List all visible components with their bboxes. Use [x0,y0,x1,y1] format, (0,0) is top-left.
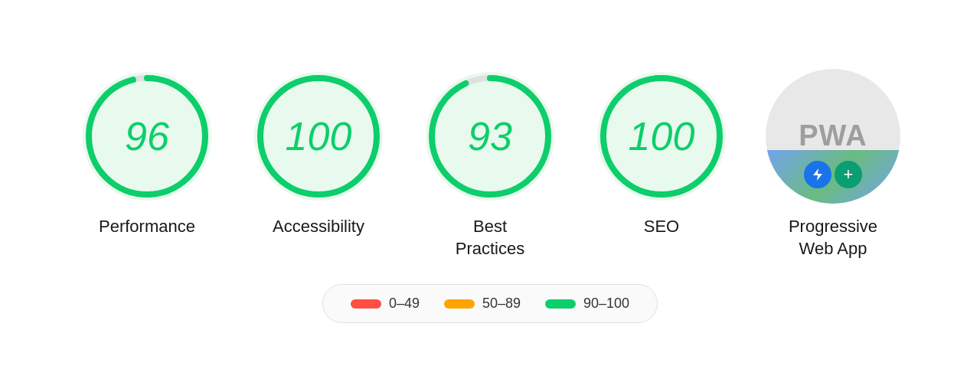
legend-item-green: 90–100 [545,296,629,312]
score-item-best-practices: 93 Best Practices [423,69,557,260]
score-item-seo: 100 SEO [594,69,729,238]
legend-pill-green [545,299,576,309]
score-value-accessibility: 100 [286,116,352,156]
score-label-best-practices: Best Practices [456,216,524,260]
score-value-seo: 100 [629,116,695,156]
gauge-accessibility: 100 [251,69,386,204]
score-item-pwa: PWA + Progressive Web App [766,69,900,260]
lightning-icon [804,161,831,188]
score-value-best-practices: 93 [468,116,512,156]
legend-pill-orange [444,299,475,309]
gauge-performance: 96 [80,69,214,204]
score-label-performance: Performance [99,216,195,238]
legend-pill-red [351,299,381,309]
score-label-pwa: Progressive Web App [789,216,877,260]
pwa-circle: PWA + [766,69,900,204]
score-item-performance: 96 Performance [80,69,214,238]
pwa-text-label: PWA [799,119,867,152]
legend-range-orange: 50–89 [482,296,521,312]
score-item-accessibility: 100 Accessibility [251,69,386,238]
score-label-accessibility: Accessibility [273,216,364,238]
score-label-seo: SEO [644,216,679,238]
legend-item-red: 0–49 [351,296,420,312]
gauge-best-practices: 93 [423,69,557,204]
score-value-performance: 96 [125,116,169,156]
scores-row: 96 Performance 100 Accessibility 93 Best [80,69,900,260]
legend-container: 0–49 50–89 90–100 [322,284,658,323]
plus-icon: + [835,161,862,188]
legend-range-green: 90–100 [583,296,629,312]
legend-range-red: 0–49 [389,296,420,312]
pwa-icons: + [804,161,862,188]
legend-item-orange: 50–89 [444,296,521,312]
gauge-seo: 100 [594,69,729,204]
